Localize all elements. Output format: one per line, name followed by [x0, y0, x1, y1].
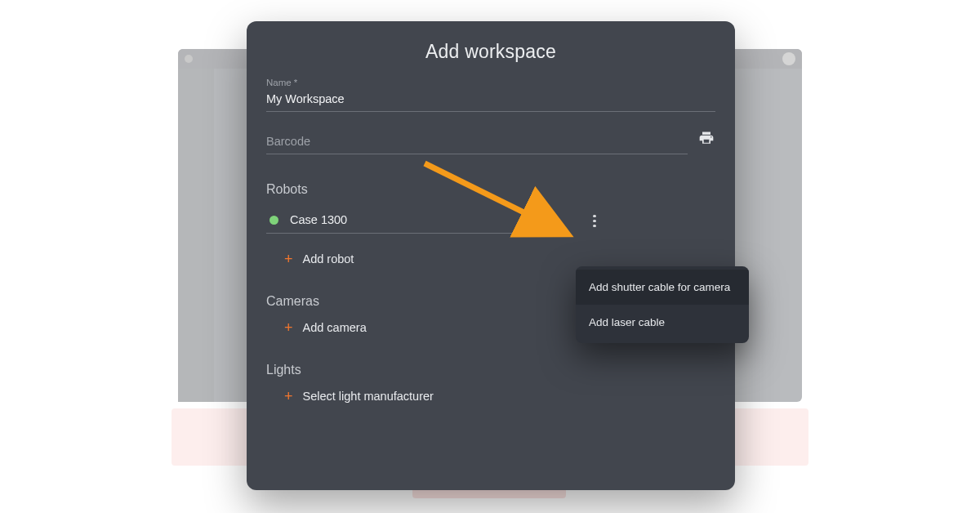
- select-light-manufacturer-button[interactable]: + Select light manufacturer: [284, 389, 715, 404]
- plus-icon: +: [284, 252, 293, 266]
- robot-name: Case 1300: [290, 213, 531, 226]
- plus-icon: +: [284, 389, 293, 404]
- name-label: Name *: [266, 78, 715, 87]
- robot-row: Case 1300: [266, 208, 715, 234]
- robot-context-menu: Add shutter cable for camera Add laser c…: [576, 266, 749, 343]
- add-workspace-dialog: Add workspace Name * Robots Case 1300 + …: [247, 21, 735, 490]
- plus-icon: +: [284, 320, 293, 335]
- select-light-label: Select light manufacturer: [303, 390, 434, 403]
- robot-more-menu-button[interactable]: [585, 212, 604, 231]
- status-dot-icon: [270, 216, 278, 225]
- print-icon[interactable]: [697, 130, 715, 154]
- menu-item-add-shutter-cable[interactable]: Add shutter cable for camera: [576, 270, 749, 305]
- robot-select[interactable]: Case 1300: [266, 208, 554, 234]
- add-robot-button[interactable]: + Add robot: [284, 252, 715, 266]
- dialog-title: Add workspace: [266, 41, 715, 63]
- lights-heading: Lights: [266, 363, 715, 377]
- robots-heading: Robots: [266, 182, 715, 197]
- chevron-down-icon: [542, 218, 550, 222]
- name-field: Name *: [266, 78, 715, 112]
- menu-item-add-laser-cable[interactable]: Add laser cable: [576, 305, 749, 340]
- barcode-input[interactable]: [266, 132, 688, 154]
- add-camera-label: Add camera: [303, 321, 367, 334]
- name-input[interactable]: [266, 89, 715, 112]
- add-robot-label: Add robot: [303, 252, 354, 265]
- barcode-field: [266, 132, 688, 154]
